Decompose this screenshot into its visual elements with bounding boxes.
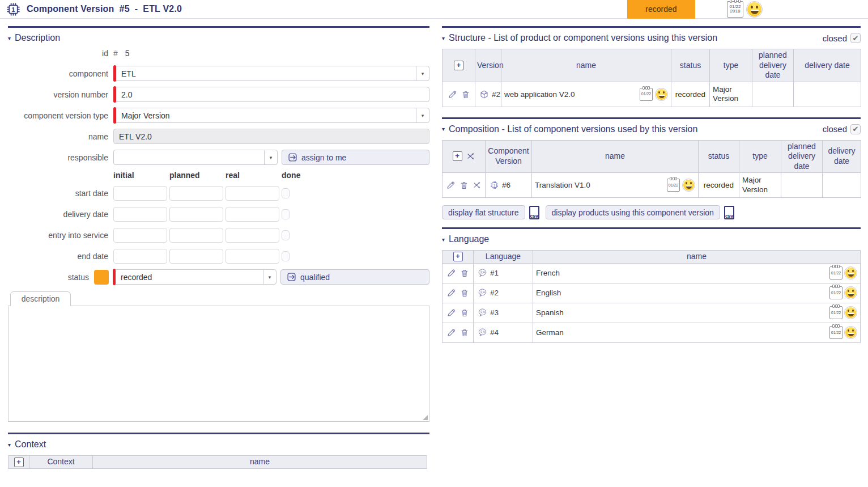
table-row: 1 #2 web application V2.0 01/22 recorded… [442,82,861,107]
entry-into-service-initial-input[interactable] [113,228,167,243]
section-description-header[interactable]: ▾ Description [8,33,429,43]
structure-col-type: type [710,49,752,82]
resize-handle-icon[interactable] [423,415,428,420]
component-select[interactable]: ETL ▾ [113,66,429,81]
entry-into-service-real-input[interactable] [225,228,279,243]
version-number-input[interactable]: 2.0 [113,87,429,102]
row-name[interactable]: web application V2.0 [504,90,575,99]
add-icon[interactable]: + [453,252,463,261]
edit-icon[interactable] [446,268,456,278]
delivery-date-real-input[interactable] [225,207,279,222]
structure-closed-label: closed [823,33,847,43]
svg-text:1: 1 [484,91,486,94]
entry-into-service-planned-input[interactable] [169,228,223,243]
start-date-done-checkbox[interactable] [282,188,290,198]
row-name[interactable]: English [536,289,561,297]
section-context-header[interactable]: ▾ Context [8,439,429,450]
row-language-id[interactable]: #4 [490,328,499,337]
section-language-header[interactable]: ▾ Language [442,234,861,244]
row-language-id[interactable]: #1 [490,269,499,277]
delete-icon[interactable] [461,90,470,99]
end-date-planned-input[interactable] [169,249,223,264]
id-hash: # [113,49,118,58]
edit-icon[interactable] [446,180,456,190]
assign-to-me-button[interactable]: assign to me [282,150,429,165]
delivery-date-planned-input[interactable] [169,207,223,222]
start-date-planned-input[interactable] [169,186,223,201]
translate-icon: 文A [478,328,487,337]
row-name[interactable]: Spanish [536,308,564,317]
dropdown-arrow-icon[interactable]: ▾ [416,108,429,122]
start-date-initial-input[interactable] [113,186,167,201]
row-language-id[interactable]: #3 [490,308,499,317]
display-products-button[interactable]: display products using this component ve… [546,205,720,219]
col-initial: initial [113,171,169,180]
svg-text:文A: 文A [480,330,486,333]
edit-icon[interactable] [448,90,457,99]
description-textarea[interactable] [8,306,429,422]
assign-arrow-icon [288,153,297,162]
start-date-real-input[interactable] [225,186,279,201]
row-name[interactable]: French [536,269,560,277]
edit-icon[interactable] [446,328,456,337]
table-row: 文A #3 Spanish 01/22 [442,303,861,323]
delete-icon[interactable] [460,288,469,298]
delivery-date-initial-input[interactable] [113,207,167,222]
page-title-name: ETL V2.0 [143,4,182,14]
translate-icon: 文A [478,268,487,278]
row-name[interactable]: German [536,328,564,337]
section-divider [442,227,861,229]
end-date-done-checkbox[interactable] [282,251,290,261]
delivery-date-done-checkbox[interactable] [282,209,290,219]
responsible-select[interactable]: ▾ [113,150,278,165]
svg-text:1: 1 [11,6,15,12]
add-icon[interactable]: + [454,61,463,70]
table-row: 文A #4 German 01/22 [442,323,861,342]
end-date-initial-input[interactable] [113,249,167,264]
composition-closed-checkbox[interactable]: ✔ [850,124,861,134]
csv-icon[interactable]: csv [529,206,539,219]
status-color-swatch[interactable] [94,270,109,285]
language-header-row: + Language name [442,251,861,264]
shuffle-icon[interactable] [473,181,482,190]
dropdown-arrow-icon[interactable]: ▾ [264,150,277,164]
status-select[interactable]: recorded ▾ [113,269,276,285]
shuffle-icon[interactable] [466,152,475,161]
edit-icon[interactable] [446,288,456,298]
row-version-id[interactable]: #6 [502,181,510,189]
dropdown-arrow-icon[interactable]: ▾ [416,66,429,81]
add-icon[interactable]: + [453,151,462,161]
structure-col-version: Version [475,49,501,82]
edit-icon[interactable] [446,308,456,317]
add-icon[interactable]: + [14,458,24,467]
section-divider [442,26,861,28]
tab-description[interactable]: description [10,291,71,306]
row-language-id[interactable]: #2 [490,289,499,297]
field-row-version-number: version number 2.0 [8,87,429,102]
row-version-id[interactable]: #2 [492,90,500,99]
qualified-button[interactable]: qualified [280,269,429,285]
delete-icon[interactable] [459,180,469,190]
section-structure-header[interactable]: ▾ Structure - List of product or compone… [442,33,861,43]
row-status: recorded [671,82,710,107]
csv-icon[interactable]: csv [724,206,734,219]
date-grid: initial planned real done start date del… [8,171,429,264]
delete-icon[interactable] [460,268,469,278]
id-value: 5 [125,49,130,58]
calendar-icon: 01/22 2018 [727,1,743,18]
left-panel: ▾ Description id # 5 component ETL ▾ ver… [8,26,429,469]
section-composition-header[interactable]: ▾ Composition - List of component versio… [442,124,861,134]
delete-icon[interactable] [460,328,469,337]
structure-closed-checkbox[interactable]: ✔ [850,33,861,43]
dropdown-arrow-icon[interactable]: ▾ [263,270,276,284]
smiley-icon [844,326,857,339]
status-value: recorded [113,273,157,282]
delete-icon[interactable] [460,308,469,317]
composition-col-delivery: delivery date [823,140,861,173]
entry-into-service-done-checkbox[interactable] [282,230,290,240]
display-flat-structure-button[interactable]: display flat structure [442,205,525,219]
status-badge[interactable]: recorded [627,0,695,19]
type-select[interactable]: Major Version ▾ [113,108,429,123]
row-name[interactable]: Translation V1.0 [535,181,590,189]
end-date-real-input[interactable] [225,249,279,264]
